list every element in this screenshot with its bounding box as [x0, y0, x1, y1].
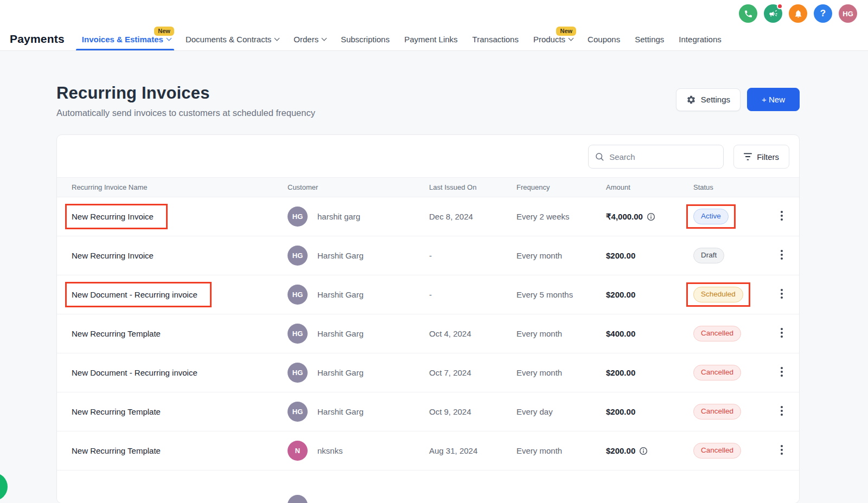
col-header-status: Status [693, 183, 775, 191]
page-header: Recurring Invoices Automatically send in… [56, 83, 800, 118]
customer-name: nksnks [317, 446, 343, 455]
chat-widget-button[interactable] [0, 473, 8, 501]
frequency: Every month [516, 329, 606, 338]
tab-invoices-estimates[interactable]: Invoices & Estimates New [82, 28, 171, 50]
table-row-partial [57, 470, 799, 503]
table-header: Recurring Invoice Name Customer Last Iss… [57, 177, 799, 197]
status-badge: Cancelled [693, 443, 741, 459]
status-badge: Active [693, 209, 729, 224]
table-row[interactable]: New Recurring Template HG Harshit Garg O… [57, 392, 799, 431]
invoice-name: New Recurring Template [72, 407, 288, 416]
kebab-menu-icon[interactable] [775, 287, 788, 302]
tab-coupons[interactable]: Coupons [588, 28, 620, 50]
search-input[interactable] [588, 145, 724, 169]
amount: $200.00 [606, 290, 635, 299]
settings-button[interactable]: Settings [676, 88, 741, 111]
tab-payment-links[interactable]: Payment Links [404, 28, 457, 50]
customer-name: Harshit Garg [317, 329, 363, 338]
page-header-text: Recurring Invoices Automatically send in… [56, 83, 315, 118]
app-header: ? HG Payments Invoices & Estimates New D… [0, 0, 868, 51]
amount: $200.00 [606, 446, 635, 455]
search-icon [595, 152, 604, 162]
new-badge: New [154, 27, 174, 36]
help-icon[interactable]: ? [814, 4, 832, 23]
kebab-menu-icon[interactable] [775, 443, 788, 459]
status-badge: Cancelled [693, 365, 741, 381]
chevron-down-icon [322, 35, 327, 41]
table-row[interactable]: New Document - Recurring invoice HG Hars… [57, 275, 799, 314]
customer-avatar: HG [288, 207, 308, 227]
user-avatar[interactable]: HG [839, 4, 857, 23]
frequency: Every day [516, 407, 606, 416]
amount: $200.00 [606, 407, 635, 416]
megaphone-icon[interactable] [764, 4, 782, 23]
chevron-down-icon [275, 35, 280, 41]
invoice-name: New Document - Recurring invoice [72, 290, 197, 299]
new-badge: New [556, 27, 576, 36]
invoice-name: New Document - Recurring invoice [72, 368, 288, 377]
notification-dot [777, 3, 783, 9]
utility-icons: ? HG [739, 4, 857, 23]
kebab-menu-icon[interactable] [775, 365, 788, 381]
tab-orders[interactable]: Orders [293, 28, 326, 50]
filter-icon [744, 153, 752, 160]
frequency: Every month [516, 446, 606, 455]
frequency: Every month [516, 251, 606, 260]
last-issued: Oct 7, 2024 [429, 368, 516, 377]
tab-subscriptions[interactable]: Subscriptions [341, 28, 390, 50]
amount: ₹4,000.00 [606, 212, 643, 222]
question-mark: ? [820, 8, 826, 19]
status-badge: Cancelled [693, 326, 741, 341]
tab-integrations[interactable]: Integrations [679, 28, 721, 50]
tab-transactions[interactable]: Transactions [473, 28, 519, 50]
tab-products[interactable]: Products New [533, 28, 573, 50]
kebab-menu-icon[interactable] [775, 209, 788, 224]
chevron-down-icon [166, 35, 171, 41]
table-row[interactable]: New Document - Recurring invoice HG Hars… [57, 353, 799, 392]
frequency: Every month [516, 368, 606, 377]
frequency: Every 2 weeks [516, 212, 606, 221]
kebab-menu-icon[interactable] [775, 326, 788, 341]
customer-name: harshit garg [317, 212, 360, 221]
table-toolbar: Filters [57, 135, 799, 177]
table-row[interactable]: New Recurring Invoice HG harshit garg De… [57, 197, 799, 236]
chevron-down-icon [569, 35, 574, 41]
table-row[interactable]: New Recurring Template HG Harshit Garg O… [57, 314, 799, 353]
last-issued: Dec 8, 2024 [429, 212, 516, 221]
last-issued: Oct 9, 2024 [429, 407, 516, 416]
tab-documents-contracts[interactable]: Documents & Contracts [186, 28, 279, 50]
last-issued: - [429, 251, 516, 260]
info-icon[interactable] [647, 212, 655, 221]
invoice-name: New Recurring Invoice [72, 212, 154, 221]
main-nav: Payments Invoices & Estimates New Docume… [0, 23, 868, 50]
page-actions: Settings + New [676, 83, 800, 111]
col-header-name: Recurring Invoice Name [72, 183, 288, 191]
customer-avatar: N [288, 441, 308, 461]
customer-name: Harshit Garg [317, 290, 363, 299]
table-row[interactable]: New Recurring Template N nksnks Aug 31, … [57, 431, 799, 470]
customer-name: Harshit Garg [317, 407, 363, 416]
kebab-menu-icon[interactable] [775, 248, 788, 263]
filters-button[interactable]: Filters [733, 145, 789, 169]
page-subtitle: Automatically send invoices to customers… [56, 108, 315, 118]
table-row[interactable]: New Recurring Invoice HG Harshit Garg - … [57, 236, 799, 275]
new-button[interactable]: + New [747, 88, 800, 111]
last-issued: - [429, 290, 516, 299]
info-icon[interactable] [639, 447, 648, 455]
amount: $400.00 [606, 329, 635, 338]
search-wrap [588, 145, 724, 169]
bell-icon[interactable] [789, 4, 807, 23]
status-badge: Draft [693, 248, 724, 263]
customer-name: Harshit Garg [317, 368, 363, 377]
tab-settings[interactable]: Settings [635, 28, 664, 50]
last-issued: Aug 31, 2024 [429, 446, 516, 455]
customer-avatar: HG [288, 246, 308, 266]
page-title: Recurring Invoices [56, 83, 315, 103]
amount: $200.00 [606, 368, 635, 377]
kebab-menu-icon[interactable] [775, 404, 788, 420]
phone-icon[interactable] [739, 4, 757, 23]
col-header-last-issued: Last Issued On [429, 183, 516, 191]
last-issued: Oct 4, 2024 [429, 329, 516, 338]
status-badge: Cancelled [693, 404, 741, 420]
avatar-initials: HG [843, 10, 853, 18]
